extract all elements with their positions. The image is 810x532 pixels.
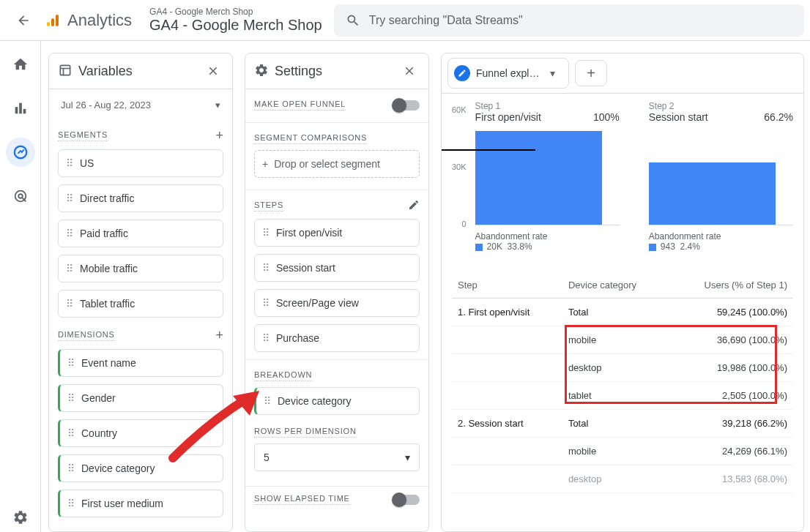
abandon2-pct: 2.4% xyxy=(680,241,700,252)
tab-bar: Funnel explor… ▾ + xyxy=(442,53,803,94)
add-segment-button[interactable]: + xyxy=(215,128,223,143)
table-row[interactable]: 2. Session startTotal39,218 (66.2%) xyxy=(452,410,793,438)
cell-category: desktop xyxy=(562,465,668,493)
edit-tab-icon xyxy=(454,65,470,81)
nav-admin[interactable] xyxy=(6,503,35,532)
cell-step xyxy=(452,354,562,382)
nav-explore[interactable] xyxy=(6,138,35,167)
tab-label: Funnel explor… xyxy=(476,67,542,79)
step-chip[interactable]: ⠿Session start xyxy=(254,254,420,282)
dimension-chip[interactable]: ⠿First user medium xyxy=(58,490,223,517)
step-chip[interactable]: ⠿First open/visit xyxy=(254,219,420,247)
segments-section-label: SEGMENTS xyxy=(58,130,108,141)
rows-per-dim-select[interactable]: 5▾ xyxy=(254,443,420,471)
cell-category: Total xyxy=(562,299,668,326)
dimension-chip[interactable]: ⠿Gender xyxy=(58,384,223,412)
th-device: Device category xyxy=(562,272,668,299)
segment-chip[interactable]: ⠿Tablet traffic xyxy=(58,290,223,318)
abandon2-val: 943 xyxy=(661,241,675,252)
cell-step xyxy=(452,438,562,465)
app-header: Analytics GA4 - Google Merch Shop GA4 - … xyxy=(0,0,810,41)
dimension-chip[interactable]: ⠿Country xyxy=(58,419,223,447)
table-row[interactable]: mobile36,690 (100.0%) xyxy=(452,326,793,354)
analytics-logo-icon xyxy=(44,12,62,29)
svg-point-8 xyxy=(18,194,23,198)
nav-home[interactable] xyxy=(6,50,35,79)
drag-icon: ⠿ xyxy=(67,498,75,509)
segment-chip[interactable]: ⠿Direct traffic xyxy=(58,184,223,212)
cell-users: 36,690 (100.0%) xyxy=(668,326,793,354)
make-open-funnel-toggle[interactable] xyxy=(393,100,420,110)
edit-steps-button[interactable] xyxy=(408,199,420,213)
step-chip[interactable]: ⠿Screen/Page view xyxy=(254,289,420,317)
segment-chip-label: Tablet traffic xyxy=(80,298,135,310)
dimension-chip[interactable]: ⠿Device category xyxy=(58,454,223,482)
variables-close[interactable] xyxy=(203,61,223,81)
funnel-chart: 60K30K0 Step 1 First open/visit100% Aban… xyxy=(452,101,793,252)
drag-icon: ⠿ xyxy=(66,193,74,203)
step1-title: First open/visit xyxy=(475,111,541,123)
tab-funnel-exploration[interactable]: Funnel explor… ▾ xyxy=(447,58,569,89)
table-row[interactable]: desktop13,583 (68.0%) xyxy=(452,465,793,493)
add-tab-button[interactable]: + xyxy=(575,60,607,86)
abandon1-pct: 33.8% xyxy=(508,241,532,252)
add-dimension-button[interactable]: + xyxy=(215,328,223,343)
tab-dropdown[interactable]: ▾ xyxy=(542,63,562,83)
dimension-chip[interactable]: ⠿Event name xyxy=(58,349,223,377)
table-row[interactable]: 1. First open/visitTotal59,245 (100.0%) xyxy=(452,299,793,326)
segment-chip[interactable]: ⠿Mobile traffic xyxy=(58,255,223,282)
segment-chip[interactable]: ⠿US xyxy=(58,149,223,177)
dimension-chip-label: First user medium xyxy=(81,498,163,509)
drop-segment-zone[interactable]: +Drop or select segment xyxy=(254,150,420,178)
drag-icon: ⠿ xyxy=(66,158,74,168)
settings-close[interactable] xyxy=(399,61,420,81)
svg-point-6 xyxy=(14,146,26,159)
nav-advertising[interactable] xyxy=(6,181,35,211)
cell-category: mobile xyxy=(562,438,668,465)
th-users: Users (% of Step 1) xyxy=(668,272,793,299)
drag-icon: ⠿ xyxy=(66,228,74,239)
step2-title: Session start xyxy=(649,111,708,123)
dimension-chip-label: Gender xyxy=(81,392,116,404)
show-elapsed-toggle[interactable] xyxy=(393,495,420,505)
property-selector[interactable]: GA4 - Google Merch Shop GA4 - Google Mer… xyxy=(149,7,322,34)
cell-category: tablet xyxy=(562,382,668,410)
cell-category: mobile xyxy=(562,326,668,354)
table-row[interactable]: desktop19,986 (100.0%) xyxy=(452,354,793,382)
segment-chip[interactable]: ⠿Paid traffic xyxy=(58,220,223,247)
breakdown-section-label: BREAKDOWN xyxy=(254,370,312,381)
ytick: 30K xyxy=(452,162,467,171)
settings-icon xyxy=(254,63,269,80)
svg-rect-0 xyxy=(47,22,50,26)
cell-step xyxy=(452,465,562,493)
table-row[interactable]: tablet2,505 (100.0%) xyxy=(452,382,793,410)
step2-bar xyxy=(649,162,776,225)
step-chip-label: Purchase xyxy=(276,332,319,344)
drag-icon: ⠿ xyxy=(262,263,270,273)
breakdown-chip[interactable]: ⠿Device category xyxy=(254,387,420,415)
segment-comparisons-label: SEGMENT COMPARISONS xyxy=(254,133,367,144)
app-name: Analytics xyxy=(67,11,132,30)
property-sub-label: GA4 - Google Merch Shop xyxy=(149,7,322,17)
dimension-chip-label: Device category xyxy=(81,462,155,474)
date-range-picker[interactable]: Jul 26 - Aug 22, 2023 ▾ xyxy=(58,95,223,118)
abandon1-val: 20K xyxy=(487,241,502,252)
drop-segment-text: Drop or select segment xyxy=(274,158,380,170)
drag-icon: ⠿ xyxy=(67,393,75,403)
nav-reports[interactable] xyxy=(6,94,35,123)
table-row[interactable]: mobile24,269 (66.1%) xyxy=(452,438,793,465)
steps-section-label: STEPS xyxy=(254,201,283,211)
logo-block[interactable]: Analytics xyxy=(44,11,132,30)
search-bar[interactable]: Try searching "Data Streams" xyxy=(334,4,804,37)
main-exploration-panel: Funnel explor… ▾ + 60K30K0 Step 1 First … xyxy=(441,53,804,532)
ytick: 60K xyxy=(452,105,467,114)
dimensions-section-label: DIMENSIONS xyxy=(58,330,115,341)
cell-users: 2,505 (100.0%) xyxy=(668,382,793,410)
drag-icon: ⠿ xyxy=(67,463,75,473)
svg-rect-5 xyxy=(23,109,26,113)
date-range-label: Jul 26 - Aug 22, 2023 xyxy=(61,100,151,110)
step-chip[interactable]: ⠿Purchase xyxy=(254,324,420,352)
back-button[interactable] xyxy=(6,13,41,28)
svg-rect-2 xyxy=(56,15,59,26)
step2-index: Step 2 xyxy=(649,101,793,111)
